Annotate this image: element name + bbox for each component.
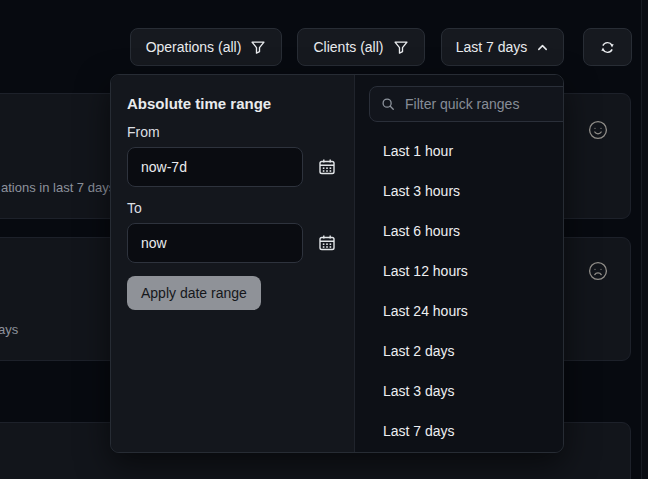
quick-range-item-label: Last 1 hour bbox=[383, 143, 453, 159]
quick-range-item[interactable]: Last 6 hours bbox=[355, 211, 564, 251]
quick-range-item-label: Last 12 hours bbox=[383, 263, 468, 279]
quick-range-item[interactable]: Last 3 hours bbox=[355, 171, 564, 211]
funnel-icon bbox=[250, 39, 266, 55]
refresh-icon bbox=[599, 39, 616, 56]
from-calendar-button[interactable] bbox=[316, 156, 338, 178]
card-caption: ations in last 7 days bbox=[1, 180, 115, 195]
operations-filter-label: Operations (all) bbox=[146, 39, 242, 55]
funnel-icon bbox=[393, 39, 409, 55]
clients-filter-label: Clients (all) bbox=[313, 39, 383, 55]
time-range-picker-panel: Absolute time range From bbox=[110, 74, 564, 453]
quick-range-item[interactable]: Last 7 days bbox=[355, 411, 564, 451]
time-range-button[interactable]: Last 7 days bbox=[441, 28, 564, 66]
from-label: From bbox=[127, 124, 338, 140]
quick-range-item[interactable]: Last 1 hour bbox=[355, 131, 564, 171]
quick-range-item-label: Last 3 days bbox=[383, 383, 455, 399]
quick-ranges-search[interactable] bbox=[369, 86, 564, 122]
quick-ranges-section: Last 1 hour Last 3 hours Last 6 hours La… bbox=[354, 75, 564, 452]
app-screen: ations in last 7 days ays Operations (al… bbox=[0, 0, 648, 479]
smiley-face-icon bbox=[588, 120, 608, 140]
quick-ranges-list: Last 1 hour Last 3 hours Last 6 hours La… bbox=[355, 131, 564, 451]
apply-date-range-button[interactable]: Apply date range bbox=[127, 276, 261, 310]
chevron-up-icon bbox=[536, 41, 549, 54]
absolute-time-range-section: Absolute time range From bbox=[111, 75, 354, 452]
quick-range-item[interactable]: Last 12 hours bbox=[355, 251, 564, 291]
quick-range-item-label: Last 7 days bbox=[383, 423, 455, 439]
time-range-label: Last 7 days bbox=[456, 39, 528, 55]
quick-range-item-label: Last 3 hours bbox=[383, 183, 460, 199]
refresh-button[interactable] bbox=[583, 28, 632, 66]
to-calendar-button[interactable] bbox=[316, 232, 338, 254]
absolute-time-range-title: Absolute time range bbox=[127, 95, 338, 112]
page-right-edge bbox=[641, 0, 648, 479]
quick-range-item-label: Last 2 days bbox=[383, 343, 455, 359]
from-input[interactable] bbox=[127, 147, 303, 187]
calendar-icon bbox=[318, 234, 336, 252]
calendar-icon bbox=[318, 158, 336, 176]
clients-filter-button[interactable]: Clients (all) bbox=[297, 28, 425, 66]
card-caption: ays bbox=[0, 322, 18, 337]
to-input[interactable] bbox=[127, 223, 303, 263]
quick-range-item-label: Last 24 hours bbox=[383, 303, 468, 319]
quick-range-item[interactable]: Last 2 days bbox=[355, 331, 564, 371]
frowny-face-icon bbox=[588, 261, 608, 281]
quick-range-item[interactable]: Last 3 days bbox=[355, 371, 564, 411]
search-icon bbox=[381, 97, 395, 111]
filter-quick-ranges-input[interactable] bbox=[403, 95, 564, 113]
quick-range-item-label: Last 6 hours bbox=[383, 223, 460, 239]
operations-filter-button[interactable]: Operations (all) bbox=[130, 28, 282, 66]
to-label: To bbox=[127, 200, 338, 216]
quick-range-item[interactable]: Last 24 hours bbox=[355, 291, 564, 331]
